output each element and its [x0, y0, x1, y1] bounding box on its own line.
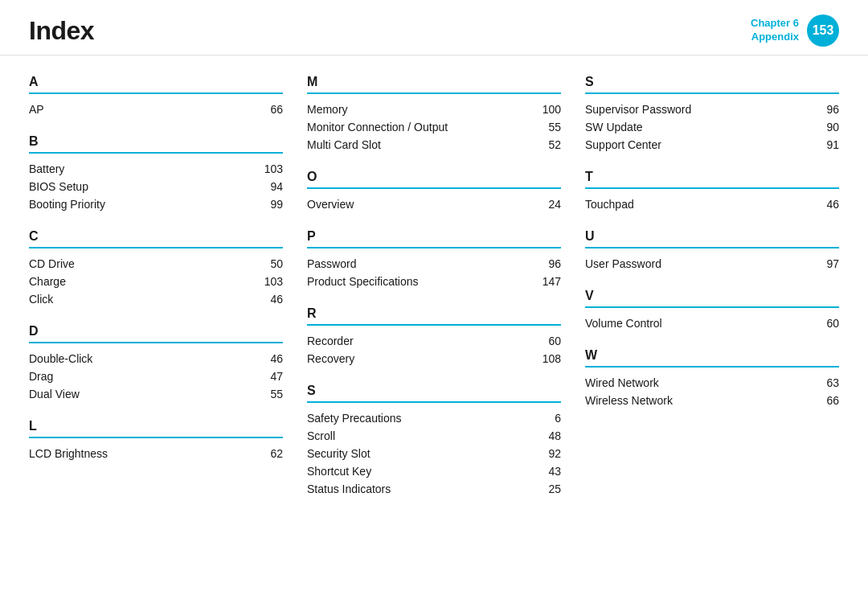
index-item-page: 66: [815, 394, 839, 407]
index-item: Touchpad46: [585, 195, 839, 213]
index-item-label: BIOS Setup: [29, 180, 259, 193]
index-item-label: Scroll: [307, 429, 537, 442]
index-item: Volume Control60: [585, 314, 839, 332]
section-letter: T: [585, 170, 839, 184]
index-item: Wired Network63: [585, 374, 839, 392]
index-item-label: Dual View: [29, 388, 259, 400]
index-item-label: CD Drive: [29, 257, 259, 270]
section-letter: L: [29, 419, 283, 433]
index-item-label: Security Slot: [307, 447, 537, 460]
section-letter: O: [307, 170, 561, 184]
column-1: AAP66BBattery103BIOS Setup94Booting Prio…: [29, 75, 307, 595]
section-divider: [585, 366, 839, 368]
index-item-page: 108: [537, 352, 561, 365]
index-item-label: Charge: [29, 275, 259, 288]
section-divider: [307, 247, 561, 248]
index-item-page: 92: [537, 447, 561, 460]
section-divider: [585, 92, 839, 94]
index-item-label: User Password: [585, 257, 815, 270]
index-item-page: 55: [537, 121, 561, 133]
index-item-label: Overview: [307, 198, 537, 211]
section-S-col3: SSupervisor Password96SW Update90Support…: [585, 75, 839, 154]
section-letter: V: [585, 289, 839, 303]
index-item-page: 24: [537, 198, 561, 211]
index-item: Support Center91: [585, 136, 839, 154]
section-divider: [307, 401, 561, 403]
index-item-label: Wired Network: [585, 376, 815, 389]
index-item: Scroll48: [307, 427, 561, 445]
section-letter: P: [307, 229, 561, 244]
section-letter: R: [307, 306, 561, 321]
index-item-label: Supervisor Password: [585, 103, 815, 116]
index-item-page: 43: [537, 465, 561, 478]
index-item: Security Slot92: [307, 445, 561, 462]
index-item: Recorder60: [307, 332, 561, 350]
section-letter: S: [585, 75, 839, 89]
index-item: Drag47: [29, 368, 283, 385]
index-item-label: Double-Click: [29, 352, 259, 365]
index-item-page: 91: [815, 138, 839, 151]
index-item-page: 47: [259, 370, 283, 383]
index-item-page: 63: [815, 376, 839, 389]
index-item: CD Drive50: [29, 255, 283, 273]
index-content: AAP66BBattery103BIOS Setup94Booting Prio…: [0, 55, 868, 611]
index-item-label: Touchpad: [585, 198, 815, 211]
index-item: Multi Card Slot52: [307, 136, 561, 154]
section-L-col1: LLCD Brightness62: [29, 419, 283, 462]
index-item-label: Shortcut Key: [307, 465, 537, 478]
index-item-label: Drag: [29, 370, 259, 383]
section-divider: [585, 306, 839, 308]
index-item: SW Update90: [585, 118, 839, 136]
section-divider: [585, 247, 839, 248]
section-U-col3: UUser Password97: [585, 229, 839, 273]
index-item-label: Volume Control: [585, 317, 815, 330]
index-item-label: Battery: [29, 162, 259, 175]
section-divider: [585, 187, 839, 189]
section-S-col2: SSafety Precautions6Scroll48Security Slo…: [307, 384, 561, 498]
section-T-col3: TTouchpad46: [585, 170, 839, 213]
index-item-label: LCD Brightness: [29, 447, 259, 460]
index-item-label: Booting Priority: [29, 198, 259, 211]
section-divider: [29, 437, 283, 438]
index-item: Recovery108: [307, 350, 561, 368]
section-B-col1: BBattery103BIOS Setup94Booting Priority9…: [29, 134, 283, 213]
index-item-label: Multi Card Slot: [307, 138, 537, 151]
index-item-label: Wireless Network: [585, 394, 815, 407]
index-item: Wireless Network66: [585, 392, 839, 409]
index-item-page: 50: [259, 257, 283, 270]
section-W-col3: WWired Network63Wireless Network66: [585, 348, 839, 409]
index-item-page: 99: [259, 198, 283, 211]
section-letter: M: [307, 75, 561, 89]
index-item-page: 94: [259, 180, 283, 193]
index-item-label: AP: [29, 103, 259, 116]
index-item: Booting Priority99: [29, 195, 283, 213]
section-letter: C: [29, 229, 283, 244]
index-item-page: 25: [537, 483, 561, 495]
section-O-col2: OOverview24: [307, 170, 561, 213]
section-divider: [29, 342, 283, 343]
section-letter: A: [29, 75, 283, 89]
index-item-page: 6: [537, 412, 561, 425]
section-letter: U: [585, 229, 839, 244]
index-item-page: 66: [259, 103, 283, 116]
index-item-label: Support Center: [585, 138, 815, 151]
section-divider: [307, 92, 561, 94]
section-divider: [29, 247, 283, 248]
index-item: Supervisor Password96: [585, 101, 839, 118]
section-divider: [307, 187, 561, 189]
index-item-page: 46: [259, 352, 283, 365]
column-2: MMemory100Monitor Connection / Output55M…: [307, 75, 585, 595]
index-item: Product Specifications147: [307, 273, 561, 290]
section-R-col2: RRecorder60Recovery108: [307, 306, 561, 368]
section-D-col1: DDouble-Click46Drag47Dual View55: [29, 324, 283, 403]
index-item-page: 46: [259, 293, 283, 306]
index-item-label: Status Indicators: [307, 483, 537, 495]
page-header: Index Chapter 6 Appendix 153: [0, 0, 868, 55]
index-item: LCD Brightness62: [29, 445, 283, 462]
index-item: Double-Click46: [29, 350, 283, 368]
index-item-page: 103: [259, 162, 283, 175]
index-item-label: Safety Precautions: [307, 412, 537, 425]
index-item-page: 103: [259, 275, 283, 288]
index-item-label: SW Update: [585, 121, 815, 133]
chapter-label: Chapter 6 Appendix: [751, 17, 799, 44]
